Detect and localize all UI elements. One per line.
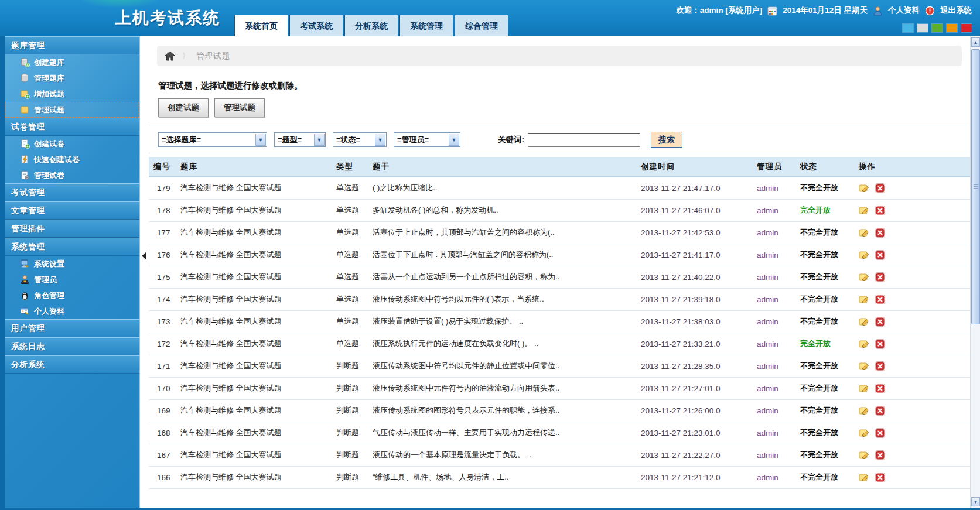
edit-icon[interactable] <box>859 317 870 327</box>
search-button[interactable]: 搜索 <box>651 132 682 148</box>
sidebar-section-2[interactable]: 试卷管理 <box>5 118 139 136</box>
vertical-scrollbar[interactable]: ▲ ▼ <box>970 36 980 508</box>
sidebar-section-1[interactable]: 题库管理 <box>5 36 139 54</box>
sidebar-section-9[interactable]: 分析系统 <box>5 355 139 374</box>
delete-icon[interactable] <box>875 228 886 238</box>
delete-icon[interactable] <box>875 428 886 438</box>
sidebar-item[interactable]: 增加试题 <box>5 86 139 102</box>
sidebar-item[interactable]: 快速创建试卷 <box>5 152 139 167</box>
sidebar-item[interactable]: 管理试卷 <box>5 167 139 183</box>
edit-icon[interactable] <box>859 473 870 482</box>
edit-icon[interactable] <box>859 450 870 460</box>
cell-id: 174 <box>149 288 176 310</box>
delete-icon[interactable] <box>875 317 886 327</box>
tab-5[interactable]: 综合管理 <box>455 15 508 36</box>
sidebar-item[interactable]: 角色管理 <box>5 287 139 303</box>
theme-color-swatch-2[interactable] <box>917 24 928 32</box>
page-intro-text: 管理试题，选择试题进行修改或删除。 <box>158 80 970 91</box>
cell-admin: admin <box>752 177 795 199</box>
delete-icon[interactable] <box>875 295 886 304</box>
edit-icon[interactable] <box>859 183 870 193</box>
cell-id: 170 <box>149 377 176 399</box>
top-header: 上机考试系统 欢迎：admin [系统用户] 2014年01月12日 星期天 个… <box>0 0 980 36</box>
delete-icon[interactable] <box>875 183 886 193</box>
collapse-sidebar-icon[interactable] <box>142 252 146 260</box>
sidebar-item[interactable]: 创建试卷 <box>5 136 139 152</box>
delete-icon[interactable] <box>875 206 886 215</box>
scroll-down-icon[interactable]: ▼ <box>971 497 980 506</box>
edit-icon[interactable] <box>859 428 870 438</box>
delete-icon[interactable] <box>875 450 886 460</box>
cell-created: 2013-11-27 21:23:01.0 <box>636 422 752 444</box>
table-row: 178汽车检测与维修 全国大赛试题单选题多缸发动机各( )的总和，称为发动机..… <box>149 199 970 221</box>
theme-color-swatch-3[interactable] <box>932 24 943 32</box>
keyword-input[interactable] <box>528 133 640 147</box>
sidebar-section-4[interactable]: 文章管理 <box>5 201 139 220</box>
delete-icon[interactable] <box>875 272 886 282</box>
delete-icon[interactable] <box>875 473 886 482</box>
home-icon[interactable] <box>164 50 176 62</box>
cell-id: 168 <box>149 422 176 444</box>
sidebar-section-8[interactable]: 系统日志 <box>5 337 139 355</box>
edit-icon[interactable] <box>859 206 870 215</box>
cell-created: 2013-11-27 21:46:07.0 <box>636 199 752 221</box>
type-select[interactable]: =题型=▼ <box>274 132 326 147</box>
sidebar-item[interactable]: 系统设置 <box>5 256 139 272</box>
sidebar-item[interactable]: 管理题库 <box>5 70 139 86</box>
cell-bank: 汽车检测与维修 全国大赛试题 <box>176 444 332 466</box>
sidebar-item[interactable]: 创建题库 <box>5 54 139 70</box>
delete-icon[interactable] <box>875 406 886 416</box>
sidebar-section-5[interactable]: 管理插件 <box>5 220 139 238</box>
logout-link[interactable]: 退出系统 <box>940 5 972 16</box>
edit-icon[interactable] <box>859 406 870 416</box>
scrollbar-thumb[interactable] <box>971 49 980 324</box>
edit-icon[interactable] <box>859 250 870 260</box>
delete-icon[interactable] <box>875 384 886 393</box>
delete-icon[interactable] <box>875 361 886 371</box>
sidebar-item[interactable]: 管理试题 <box>5 102 139 118</box>
edit-icon[interactable] <box>859 339 870 349</box>
tab-4[interactable]: 系统管理 <box>399 15 453 36</box>
sidebar-section-7[interactable]: 用户管理 <box>5 319 139 337</box>
col-header-ops: 操作 <box>854 157 970 177</box>
cell-created: 2013-11-27 21:47:17.0 <box>636 177 752 199</box>
cell-type: 单选题 <box>332 221 368 244</box>
status-select[interactable]: =状态=▼ <box>333 132 387 147</box>
admin-select[interactable]: =管理员=▼ <box>394 132 460 147</box>
edit-icon[interactable] <box>859 272 870 282</box>
manage-question-button[interactable]: 管理试题 <box>214 98 265 117</box>
table-row: 167汽车检测与维修 全国大赛试题判断题液压传动的一个基本原理是流量决定于负载。… <box>149 444 970 466</box>
bank-select[interactable]: =选择题库=▼ <box>158 132 267 147</box>
cell-admin: admin <box>752 444 795 466</box>
edit-icon[interactable] <box>859 384 870 393</box>
cell-id: 171 <box>149 355 176 377</box>
tab-3[interactable]: 分析系统 <box>344 15 398 36</box>
sidebar-section-6[interactable]: 系统管理 <box>5 238 139 256</box>
profile-link[interactable]: 个人资料 <box>888 5 920 16</box>
create-question-button[interactable]: 创建试题 <box>158 98 209 117</box>
delete-icon[interactable] <box>875 339 886 349</box>
edit-icon[interactable] <box>859 361 870 371</box>
table-row: 171汽车检测与维修 全国大赛试题判断题液压传动系统图中符号均以元件的静止位置或… <box>149 355 970 377</box>
question-table: 编号 题库 类型 题干 创建时间 管理员 状态 操作 179汽车检测与维修 全国… <box>149 157 970 489</box>
scroll-up-icon[interactable]: ▲ <box>971 37 980 47</box>
note-add-icon <box>20 89 30 99</box>
sidebar-section-3[interactable]: 考试管理 <box>5 183 139 201</box>
sidebar-item[interactable]: 个人资料 <box>5 303 139 319</box>
delete-icon[interactable] <box>875 250 886 260</box>
cell-bank: 汽车检测与维修 全国大赛试题 <box>176 288 332 310</box>
cell-operations <box>854 310 970 333</box>
sidebar-splitter[interactable] <box>139 36 149 508</box>
person-icon <box>20 275 30 285</box>
sidebar-item[interactable]: 管理员 <box>5 272 139 287</box>
cell-type: 单选题 <box>332 244 368 266</box>
tab-1[interactable]: 系统首页 <box>234 15 288 36</box>
tab-2[interactable]: 考试系统 <box>289 15 343 36</box>
edit-icon[interactable] <box>859 228 870 238</box>
cell-id: 169 <box>149 399 176 422</box>
theme-color-swatch-4[interactable] <box>947 24 957 32</box>
edit-icon[interactable] <box>859 295 870 304</box>
theme-color-swatch-5[interactable] <box>961 24 972 32</box>
cell-operations <box>854 444 970 466</box>
theme-color-swatch-1[interactable] <box>903 24 913 32</box>
